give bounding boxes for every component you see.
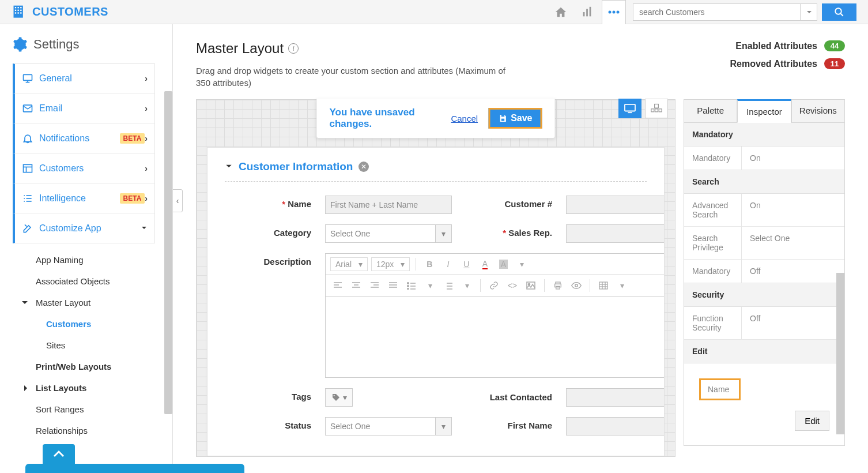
app-logo[interactable]: CUSTOMERS xyxy=(12,3,108,21)
sidebar-item-intelligence[interactable]: Intelligence BETA › xyxy=(13,183,155,213)
subnav-associated-objects[interactable]: Associated Objects xyxy=(21,271,155,292)
text-color-icon[interactable]: A xyxy=(477,257,492,271)
svg-rect-35 xyxy=(655,104,659,108)
edit-button[interactable]: Edit xyxy=(795,411,829,431)
collapse-section-icon[interactable] xyxy=(225,162,233,172)
image-icon[interactable] xyxy=(523,279,538,292)
sidebar-item-customize-app[interactable]: Customize App xyxy=(13,213,155,243)
collapse-sidebar-button[interactable]: ‹ xyxy=(173,189,183,212)
unsaved-message: You have unsaved changes. xyxy=(330,107,441,130)
tags-button[interactable]: ▾ xyxy=(325,388,353,407)
subnav-sort-ranges[interactable]: Sort Ranges xyxy=(21,399,155,420)
svg-point-53 xyxy=(407,283,409,284)
svg-point-13 xyxy=(609,11,612,14)
inspector-row-func-security[interactable]: Function Security Off xyxy=(684,307,844,340)
chevron-down-icon[interactable]: ▾ xyxy=(614,279,629,292)
right-panel: Palette Inspector Revisions Mandatory Ma… xyxy=(684,99,845,457)
align-left-icon[interactable] xyxy=(330,279,345,292)
subnav-app-naming[interactable]: App Naming xyxy=(21,249,155,271)
tab-inspector[interactable]: Inspector xyxy=(737,99,791,123)
field-label-category: Category xyxy=(225,224,311,238)
info-icon[interactable]: i xyxy=(288,43,299,54)
inspector-row-adv-search[interactable]: Advanced Search On xyxy=(684,194,844,227)
desktop-view-button[interactable] xyxy=(618,99,641,118)
stats-icon[interactable] xyxy=(575,0,599,24)
name-input[interactable]: First Name + Last Name xyxy=(325,196,452,214)
inspector-row-mandatory[interactable]: Mandatory On xyxy=(684,147,844,170)
table-icon[interactable] xyxy=(596,279,611,292)
more-icon[interactable] xyxy=(602,0,626,24)
sidebar-scrollbar[interactable] xyxy=(164,91,172,414)
topbar: CUSTOMERS xyxy=(0,0,868,24)
subnav-sites[interactable]: Sites xyxy=(21,335,155,356)
svg-point-73 xyxy=(333,395,334,396)
cancel-link[interactable]: Cancel xyxy=(451,114,478,123)
print-icon[interactable] xyxy=(550,279,565,292)
save-button[interactable]: Save xyxy=(488,108,542,129)
subnav-relationships[interactable]: Relationships xyxy=(21,420,155,441)
app-name: CUSTOMERS xyxy=(32,5,108,18)
edit-name-field[interactable]: Name xyxy=(699,378,741,400)
enabled-attributes: Enabled Attributes 44 xyxy=(730,40,845,51)
chevron-down-icon[interactable]: ▾ xyxy=(514,257,529,271)
sidebar-item-general[interactable]: General › xyxy=(13,63,155,93)
inspector-group-edit: Edit xyxy=(684,340,844,363)
chevron-down-icon: ▾ xyxy=(435,418,451,435)
grid-view-button[interactable] xyxy=(645,99,668,118)
link-icon[interactable] xyxy=(486,279,501,292)
sidebar-item-notifications[interactable]: Notifications BETA › xyxy=(13,123,155,153)
first-name-input[interactable] xyxy=(566,417,665,436)
italic-icon[interactable]: I xyxy=(440,257,455,271)
svg-rect-8 xyxy=(18,12,19,13)
preview-icon[interactable] xyxy=(569,279,584,292)
panel-scrollbar[interactable] xyxy=(836,273,844,434)
tab-palette[interactable]: Palette xyxy=(684,99,737,123)
code-icon[interactable]: <> xyxy=(505,279,520,292)
unsaved-changes-bar: You have unsaved changes. Cancel Save xyxy=(316,99,556,138)
help-widget[interactable] xyxy=(25,444,244,473)
align-center-icon[interactable] xyxy=(349,279,364,292)
underline-icon[interactable]: U xyxy=(459,257,474,271)
svg-rect-1 xyxy=(15,7,16,8)
svg-rect-3 xyxy=(20,7,21,8)
layout-canvas[interactable]: You have unsaved changes. Cancel Save xyxy=(196,99,675,457)
bold-icon[interactable]: B xyxy=(422,257,437,271)
subnav-customers[interactable]: Customers xyxy=(21,313,155,335)
align-right-icon[interactable] xyxy=(367,279,382,292)
bullet-list-icon[interactable] xyxy=(404,279,419,292)
search-dropdown-icon[interactable] xyxy=(800,3,817,21)
category-select[interactable]: Select One ▾ xyxy=(325,224,452,243)
subnav-master-layout[interactable]: Master Layout xyxy=(21,292,155,313)
svg-rect-68 xyxy=(599,282,607,289)
chevron-right-icon: › xyxy=(145,134,148,143)
tab-revisions[interactable]: Revisions xyxy=(791,99,845,123)
align-justify-icon[interactable] xyxy=(386,279,401,292)
last-contacted-input[interactable] xyxy=(566,388,665,407)
subnav-print-web[interactable]: Print/Web Layouts xyxy=(21,356,155,377)
numbered-list-icon[interactable] xyxy=(441,279,456,292)
home-icon[interactable] xyxy=(549,0,573,24)
field-label-last-contacted: Last Contacted xyxy=(466,388,552,403)
subnav-list-layouts[interactable]: List Layouts xyxy=(21,377,155,399)
description-richtext[interactable]: Arial▾ 12px▾ B I U A A ▾ xyxy=(325,253,665,378)
rte-font-select[interactable]: Arial▾ xyxy=(330,257,368,271)
chevron-down-icon[interactable]: ▾ xyxy=(459,279,474,292)
rte-body[interactable] xyxy=(326,296,665,377)
sidebar-item-email[interactable]: Email › xyxy=(13,93,155,123)
chevron-down-icon[interactable]: ▾ xyxy=(422,279,437,292)
search-input[interactable] xyxy=(633,3,817,21)
svg-rect-31 xyxy=(501,115,504,117)
sidebar-item-customers[interactable]: Customers › xyxy=(13,153,155,183)
sales-rep-lookup[interactable] xyxy=(566,224,665,243)
remove-section-icon[interactable]: ✕ xyxy=(358,162,369,172)
status-select[interactable]: Select One ▾ xyxy=(325,417,452,436)
search-button[interactable] xyxy=(822,3,856,21)
highlight-icon[interactable]: A xyxy=(496,257,511,271)
gear-icon xyxy=(13,37,28,52)
chevron-up-icon[interactable] xyxy=(43,444,75,464)
rte-size-select[interactable]: 12px▾ xyxy=(371,257,410,271)
inspector-row-search-mandatory[interactable]: Mandatory Off xyxy=(684,260,844,283)
customer-no-input[interactable] xyxy=(566,196,665,214)
list-icon xyxy=(22,193,35,204)
inspector-row-search-priv[interactable]: Search Privilege Select One xyxy=(684,227,844,260)
